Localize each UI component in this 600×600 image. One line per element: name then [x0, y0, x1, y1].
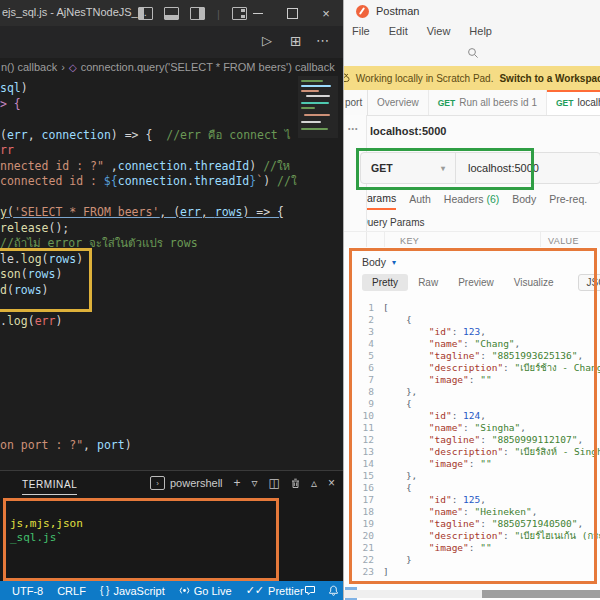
language-select[interactable]: JSON ▾: [578, 274, 600, 291]
more-options-icon[interactable]: •••: [348, 125, 358, 132]
close-button[interactable]: ×: [309, 0, 343, 26]
tab-prerequest[interactable]: Pre-req.: [549, 193, 587, 209]
json-line: 12 "tagline": "8850999112107",: [344, 434, 600, 446]
code-editor[interactable]: sql)> { (err, connection) => { //err คือ…: [0, 76, 343, 470]
toggle-panel-icon[interactable]: [164, 7, 179, 20]
vscode-titlebar: ejs_sql.js - AjNesTNodeJS_... | ×: [0, 0, 343, 26]
code-line: d(rows): [0, 283, 343, 299]
line-number: 22: [344, 554, 383, 566]
code-line: sql): [0, 81, 343, 97]
prettier-indicator[interactable]: ✓✓ Prettier: [246, 584, 304, 597]
split-terminal-icon[interactable]: ◫: [269, 476, 280, 490]
new-terminal-icon[interactable]: +: [234, 476, 241, 490]
line-number: 12: [344, 434, 383, 446]
shell-selector[interactable]: › powershell: [150, 476, 223, 490]
horizontal-scrollbar[interactable]: [344, 590, 600, 598]
response-json-viewer[interactable]: 1[2 {3 "id": 123,4 "name": "Chang",5 "ta…: [344, 302, 600, 576]
go-live-button[interactable]: Go Live: [179, 585, 232, 597]
line-number: 20: [344, 530, 383, 542]
braces-icon: { }: [100, 585, 109, 596]
code-line: [0, 345, 343, 361]
bell-icon[interactable]: [328, 585, 339, 596]
tab-overview[interactable]: Overview: [368, 90, 429, 115]
close-panel-icon[interactable]: ×: [328, 476, 335, 490]
toggle-sidebar-icon[interactable]: [138, 7, 153, 20]
tab-localhost-5000[interactable]: GET localhost:5: [547, 90, 600, 115]
menu-file[interactable]: File: [352, 25, 370, 37]
url-input[interactable]: localhost:5000: [456, 162, 539, 174]
code-line: [0, 407, 343, 423]
format-visualize[interactable]: Visualize: [504, 274, 564, 291]
layout-controls: |: [138, 7, 247, 20]
import-button[interactable]: port: [344, 90, 368, 115]
tab-run-all-beers[interactable]: GET Run all beers id 1: [429, 90, 547, 115]
tab-terminal[interactable]: TERMINAL: [22, 479, 77, 495]
json-line: 23]: [344, 566, 600, 576]
menu-view[interactable]: View: [427, 25, 451, 37]
run-icon[interactable]: ▷: [262, 33, 272, 48]
breadcrumb[interactable]: n() callback › ◇ connection.query('SELEC…: [0, 58, 343, 76]
tab-headers[interactable]: Headers (6): [444, 193, 499, 209]
split-editor-icon[interactable]: ⊞: [290, 33, 302, 49]
breadcrumb-item[interactable]: n() callback: [1, 61, 57, 73]
line-number: 14: [344, 458, 383, 470]
code-line: rr: [0, 143, 343, 159]
line-number: 3: [344, 326, 383, 338]
more-actions-icon[interactable]: ⋯: [316, 33, 330, 48]
maximize-panel-icon[interactable]: ▵: [311, 476, 317, 490]
screen: ejs_sql.js - AjNesTNodeJS_... | × ▷ ⊞ ⋯ …: [0, 0, 600, 600]
minimap[interactable]: [298, 76, 338, 138]
broadcast-icon: [179, 585, 190, 596]
json-line: 16 {: [344, 482, 600, 494]
format-preview[interactable]: Preview: [448, 274, 504, 291]
line-number: 5: [344, 350, 383, 362]
method-badge: GET: [438, 98, 455, 108]
code-line: [0, 360, 343, 376]
scrollbar-thumb[interactable]: [482, 590, 600, 598]
editor-actions-bar: ▷ ⊞ ⋯: [0, 26, 343, 58]
json-line: 17 "id": 125,: [344, 494, 600, 506]
format-pretty[interactable]: Pretty: [362, 274, 408, 291]
response-body-dropdown[interactable]: Body ▾: [344, 247, 600, 268]
tab-auth[interactable]: Auth: [409, 193, 431, 209]
menu-help[interactable]: Help: [469, 25, 492, 37]
tab-body[interactable]: Body: [512, 193, 536, 209]
json-line: 2 {: [344, 314, 600, 326]
line-number: 2: [344, 314, 383, 326]
breadcrumb-item[interactable]: connection.query('SELECT * FROM beers') …: [81, 61, 335, 73]
method-select[interactable]: GET ▾: [361, 153, 456, 183]
json-line: 6 "description": "เบียร์ช้าง - Chang -: [344, 362, 600, 374]
json-line: 3 "id": 123,: [344, 326, 600, 338]
chevron-down-icon: ▾: [441, 164, 445, 173]
launch-profile-chevron-icon[interactable]: ▿: [252, 476, 258, 490]
search-icon[interactable]: [467, 47, 479, 59]
response-format-tabs: Pretty Raw Preview Visualize JSON ▾: [344, 268, 600, 291]
menu-edit[interactable]: Edit: [389, 25, 408, 37]
encoding-indicator[interactable]: UTF-8: [12, 585, 43, 597]
json-line: 20 "description": "เบียร์ไฮเนเก้น (กระป๋…: [344, 530, 600, 542]
headers-count: (6): [486, 193, 499, 205]
line-number: 9: [344, 398, 383, 410]
toggle-secondary-sidebar-icon[interactable]: [190, 7, 205, 20]
code-area[interactable]: sql)> { (err, connection) => { //err คือ…: [0, 76, 343, 470]
terminal-actions: › powershell + ▿ ◫ ▵ ×: [150, 476, 335, 490]
postman-window: Postman File Edit View Help Working loca…: [343, 0, 600, 600]
json-line: 19 "tagline": "8850571940500",: [344, 518, 600, 530]
feedback-icon[interactable]: [304, 585, 316, 596]
format-raw[interactable]: Raw: [408, 274, 448, 291]
maximize-button[interactable]: [275, 0, 309, 26]
line-number: 11: [344, 422, 383, 434]
minimize-button[interactable]: [241, 0, 275, 26]
line-number: 15: [344, 470, 383, 482]
code-line: js,mjs,json: [10, 517, 83, 531]
value-column-header: VALUE: [548, 236, 579, 246]
code-line: y('SELECT * FROM beers', (err, rows) => …: [0, 205, 343, 221]
language-indicator[interactable]: { } JavaScript: [100, 585, 165, 597]
chevron-down-icon: ▾: [392, 258, 396, 267]
code-line: nnected id : ?" ,connection.threadId) //…: [0, 159, 343, 175]
kill-terminal-icon[interactable]: [291, 478, 300, 489]
eol-indicator[interactable]: CRLF: [57, 585, 86, 597]
terminal-output[interactable]: js,mjs,json_sql.js`: [10, 517, 83, 544]
switch-workspace-link[interactable]: Switch to a Workspace: [499, 73, 600, 84]
line-number: 23: [344, 566, 383, 576]
